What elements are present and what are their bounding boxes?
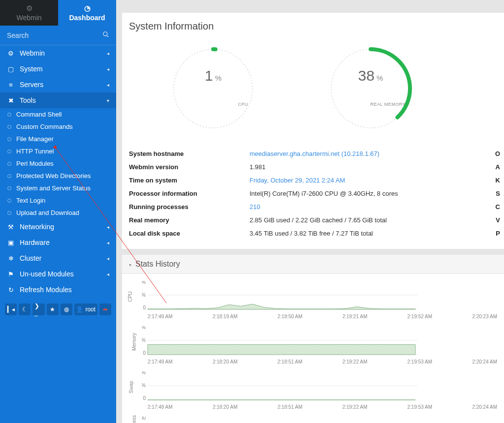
gauge-memory[interactable]: 38 % REAL MEMORY: [324, 42, 417, 135]
nav-tools[interactable]: ✖Tools▾: [0, 92, 116, 108]
chevron-left-icon: ◂: [107, 51, 109, 56]
info-value[interactable]: meediaserver.gha.chartermi.net (10.218.1…: [250, 150, 379, 157]
info-right-col: P: [496, 230, 500, 237]
tab-webmin-label: Webmin: [16, 14, 41, 22]
nav-tools-custom-commands[interactable]: Custom Commands: [0, 121, 116, 133]
nav-tools-protected-web-directories[interactable]: Protected Web Directories: [0, 170, 116, 182]
nav-servers[interactable]: ≡Servers◂: [0, 77, 116, 92]
svg-text:50%: 50%: [142, 337, 146, 343]
chart-cpu[interactable]: CPU100%50%02:17:49 AM2:18:19 AM2:18:50 A…: [122, 274, 504, 319]
chart-memory[interactable]: Memory100%50%02:17:49 AM2:18:20 AM2:18:5…: [122, 319, 504, 364]
tab-dashboard[interactable]: ◔ Dashboard: [58, 0, 116, 26]
nav-tools-http-tunnel[interactable]: HTTP Tunnel: [0, 145, 116, 157]
search-icon[interactable]: [102, 31, 109, 39]
terminal-button[interactable]: ❯_: [32, 303, 45, 315]
nav-tools-system-and-server-status[interactable]: System and Server Status: [0, 182, 116, 194]
nav-tools-command-shell[interactable]: Command Shell: [0, 108, 116, 121]
stats-history-header[interactable]: Stats History: [122, 255, 504, 274]
info-row: Webmin version1.981A: [129, 160, 504, 174]
svg-text:100%: 100%: [142, 281, 146, 285]
hdd-icon: ▣: [7, 239, 15, 246]
info-row: Processor informationIntel(R) Core(TM) i…: [129, 187, 504, 200]
nav-tools-text-login[interactable]: Text Login: [0, 194, 116, 207]
nav-system[interactable]: ▢System◂: [0, 61, 116, 77]
gauge-cpu[interactable]: 1 % CPU: [166, 42, 260, 135]
svg-text:0: 0: [143, 305, 146, 310]
chevron-left-icon: ◂: [107, 240, 109, 245]
chevron-left-icon: ◂: [107, 256, 109, 261]
svg-marker-16: [148, 344, 415, 355]
info-key: Real memory: [129, 216, 250, 224]
info-value[interactable]: 210: [250, 203, 260, 211]
info-key: Local disk space: [129, 230, 250, 237]
info-right-col: S: [496, 190, 500, 197]
chart-ylabel: Process: [131, 415, 137, 423]
system-info-table: System hostnamemeediaserver.gha.charterm…: [122, 145, 504, 240]
tab-dashboard-label: Dashboard: [69, 14, 105, 22]
chevron-down-icon: ▾: [107, 98, 109, 103]
info-key: Running processes: [129, 203, 250, 211]
nav-unused-modules[interactable]: ⚑Un-used Modules◂: [0, 266, 116, 282]
nav-hardware[interactable]: ▣Hardware◂: [0, 235, 116, 250]
info-key: Processor information: [129, 190, 250, 197]
nav-cluster[interactable]: ❄Cluster◂: [0, 250, 116, 266]
chart-swap[interactable]: Swap100%50%02:17:49 AM2:18:20 AM2:18:51 …: [122, 364, 504, 410]
night-mode-button[interactable]: ☾: [19, 303, 31, 315]
svg-text:50%: 50%: [142, 292, 146, 298]
chart-xticks: 2:17:49 AM2:18:20 AM2:18:51 AM2:19:22 AM…: [142, 358, 499, 364]
info-row: Time on systemFriday, October 29, 2021 2…: [129, 174, 504, 187]
monitor-icon: ▢: [7, 65, 15, 73]
chart-process[interactable]: Process200: [122, 410, 504, 423]
sidebar-nav: ⚙Webmin◂ ▢System◂ ≡Servers◂ ✖Tools▾: [0, 45, 116, 108]
info-value: 2.85 GiB used / 2.22 GiB cached / 7.65 G…: [250, 216, 387, 224]
puzzle-icon: ⚑: [7, 271, 15, 278]
nav-tools-perl-modules[interactable]: Perl Modules: [0, 157, 116, 170]
info-row: Real memory2.85 GiB used / 2.22 GiB cach…: [129, 213, 504, 227]
svg-point-0: [103, 32, 107, 36]
info-right-col: C: [496, 203, 500, 211]
chevron-left-icon: ◂: [107, 272, 109, 277]
nav-tools-upload-and-download[interactable]: Upload and Download: [0, 207, 116, 219]
svg-point-1: [174, 49, 252, 128]
language-button[interactable]: ◍: [61, 303, 72, 315]
chart-ylabel: Memory: [131, 333, 137, 351]
network-icon: ⚒: [7, 223, 15, 231]
favorites-button[interactable]: ★: [47, 303, 59, 315]
chart-ylabel: CPU: [127, 291, 133, 302]
server-icon: ≡: [7, 81, 15, 89]
info-right-col: K: [496, 177, 500, 184]
nav-tools-file-manager[interactable]: File Manager: [0, 133, 116, 145]
info-key: Time on system: [129, 177, 250, 184]
refresh-icon: ↻: [7, 286, 15, 294]
main-content: System Information 1 % CPU 38 %: [116, 0, 504, 423]
info-value[interactable]: Friday, October 29, 2021 2:24 AM: [250, 177, 345, 184]
info-right-col: O: [495, 150, 500, 157]
info-right-col: A: [496, 163, 500, 171]
chevron-left-icon: ◂: [107, 82, 109, 88]
toggle-sidebar-button[interactable]: ▎◂: [5, 303, 17, 315]
svg-text:50%: 50%: [142, 383, 146, 388]
info-right-col: V: [496, 216, 500, 224]
search-input[interactable]: [7, 31, 102, 39]
svg-text:0: 0: [143, 395, 146, 401]
nav-refresh-modules[interactable]: ↻Refresh Modules: [0, 282, 116, 298]
svg-marker-10: [148, 304, 415, 309]
svg-text:0: 0: [143, 350, 146, 356]
sidebar-search: [0, 26, 116, 45]
chevron-left-icon: ◂: [107, 66, 109, 72]
info-value: 1.981: [250, 163, 266, 171]
svg-text:200: 200: [142, 417, 146, 421]
gear-icon: ⚙: [7, 50, 15, 57]
info-key: Webmin version: [129, 163, 250, 171]
logout-button[interactable]: ➦: [99, 303, 111, 315]
info-row: System hostnamemeediaserver.gha.charterm…: [129, 147, 504, 160]
user-button[interactable]: 👤root: [74, 303, 97, 315]
svg-text:100%: 100%: [142, 371, 146, 375]
tab-webmin[interactable]: ⚙ Webmin: [0, 0, 58, 26]
chart-xticks: 2:17:49 AM2:18:20 AM2:18:51 AM2:19:22 AM…: [142, 403, 499, 410]
cluster-icon: ❄: [7, 255, 15, 262]
nav-webmin[interactable]: ⚙Webmin◂: [0, 45, 116, 61]
nav-networking[interactable]: ⚒Networking◂: [0, 219, 116, 235]
webmin-logo-icon: ⚙: [26, 4, 32, 13]
info-key: System hostname: [129, 150, 250, 157]
